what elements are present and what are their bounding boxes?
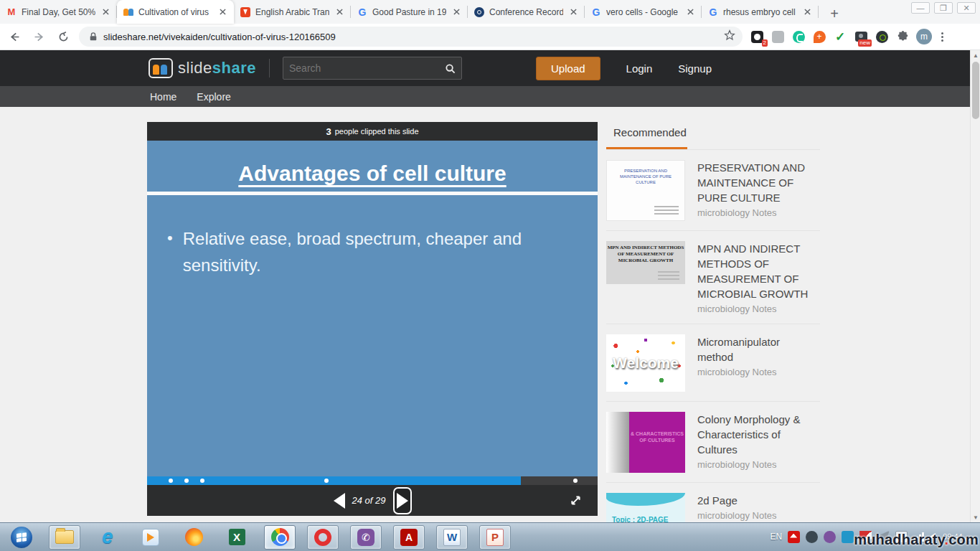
item-title[interactable]: Micromanipulator method: [697, 334, 817, 364]
progress-dot[interactable]: [200, 479, 204, 483]
progress-dot[interactable]: [169, 479, 173, 483]
back-icon[interactable]: [4, 27, 24, 47]
taskbar-viber-icon[interactable]: ✆: [350, 525, 382, 550]
idm-tray-icon[interactable]: [806, 531, 818, 543]
scrollbar-thumb[interactable]: [972, 62, 979, 119]
viber-tray-icon[interactable]: [824, 531, 836, 543]
progress-dot[interactable]: [573, 479, 578, 483]
close-tab-icon[interactable]: [100, 6, 111, 18]
app-tray-icon[interactable]: [842, 531, 854, 543]
upload-button[interactable]: Upload: [536, 57, 600, 80]
list-item[interactable]: & CHARACTERISTICS OF CULTURES Colony Mor…: [606, 402, 820, 483]
search-input[interactable]: [289, 62, 445, 74]
slide-thumbnail[interactable]: MPN AND INDIRECT METHODS OF MEASUREMENT …: [606, 241, 685, 284]
taskbar-word-icon[interactable]: W: [436, 525, 468, 550]
reload-icon[interactable]: [53, 27, 73, 47]
screenshot-extension-icon[interactable]: [771, 29, 785, 44]
tab-title: Final Day, Get 50%: [22, 7, 95, 17]
item-title[interactable]: PRESERVATION AND MAINTENANCE OF PURE CUL…: [697, 160, 817, 205]
list-item[interactable]: Topic : 2D-PAGE Submitted By- 2d Page mi…: [606, 483, 820, 522]
scroll-down-icon[interactable]: ▼: [971, 512, 980, 522]
progress-dot[interactable]: [324, 479, 329, 483]
slide-thumbnail[interactable]: Welcome: [606, 334, 685, 392]
taskbar-media-player-icon[interactable]: [135, 525, 166, 550]
progress-dot[interactable]: [184, 479, 189, 483]
compass-extension-icon[interactable]: [875, 29, 889, 44]
list-item[interactable]: MPN AND INDIRECT METHODS OF MEASUREMENT …: [606, 231, 820, 324]
search-box[interactable]: [283, 57, 462, 80]
recorder-extension-icon[interactable]: new: [854, 29, 868, 44]
item-author[interactable]: microbiology Notes: [697, 207, 817, 218]
minimize-icon[interactable]: —: [911, 2, 930, 14]
avira-tray-icon[interactable]: [788, 531, 800, 543]
item-author[interactable]: microbiology Notes: [697, 459, 817, 470]
google-icon: G: [357, 6, 368, 18]
forward-icon[interactable]: [29, 27, 49, 47]
start-button[interactable]: [6, 525, 37, 550]
taskbar-chrome-icon[interactable]: [264, 525, 296, 550]
language-indicator[interactable]: EN: [770, 532, 782, 542]
thumbnail-gradient: [606, 412, 629, 473]
extensions-puzzle-icon[interactable]: [895, 29, 910, 44]
close-tab-icon[interactable]: [217, 6, 228, 18]
extension-badge: 2: [762, 39, 768, 47]
nav-explore[interactable]: Explore: [197, 91, 230, 103]
adblock-extension-icon[interactable]: 2: [750, 29, 764, 44]
item-author[interactable]: microbiology Notes: [697, 303, 817, 314]
search-icon[interactable]: [445, 63, 456, 74]
item-title[interactable]: MPN AND INDIRECT METHODS OF MEASUREMENT …: [697, 241, 817, 301]
url-text[interactable]: slideshare.net/vivekaiden/cultivation-of…: [103, 32, 724, 42]
slide-progress-bar[interactable]: [147, 476, 598, 485]
item-title[interactable]: Colony Morphology & Characteristics of C…: [697, 412, 817, 457]
slide-thumbnail[interactable]: PRESERVATION AND MAINTENANCE OF PURE CUL…: [606, 160, 685, 221]
address-bar[interactable]: slideshare.net/vivekaiden/cultivation-of…: [79, 27, 743, 47]
next-slide-button[interactable]: [393, 487, 412, 514]
slideshare-logo[interactable]: slideshare: [149, 58, 256, 78]
close-tab-icon[interactable]: [451, 6, 462, 18]
close-window-icon[interactable]: ✕: [957, 2, 976, 14]
taskbar-powerpoint-icon[interactable]: P: [479, 525, 511, 550]
list-item[interactable]: PRESERVATION AND MAINTENANCE OF PURE CUL…: [606, 150, 820, 231]
close-tab-icon[interactable]: [334, 6, 345, 18]
slide-thumbnail[interactable]: Topic : 2D-PAGE Submitted By-: [606, 493, 685, 522]
close-tab-icon[interactable]: [801, 6, 813, 18]
profile-avatar[interactable]: m: [916, 29, 932, 44]
tab-vero-cells[interactable]: G vero cells - Google: [585, 0, 702, 24]
taskbar-opera-icon[interactable]: [307, 525, 339, 550]
item-title[interactable]: 2d Page: [697, 493, 817, 508]
signup-link[interactable]: Signup: [678, 62, 712, 75]
new-tab-button[interactable]: +: [824, 4, 844, 24]
close-tab-icon[interactable]: [567, 6, 579, 18]
google-icon: G: [707, 6, 719, 18]
taskbar-excel-icon[interactable]: X: [221, 525, 253, 550]
item-author[interactable]: microbiology Notes: [697, 510, 817, 521]
tab-good-pasture[interactable]: G Good Pasture in 19: [351, 0, 468, 24]
chrome-menu-icon[interactable]: [941, 32, 943, 42]
slide-canvas[interactable]: Advantages of cell culture • Relative ea…: [147, 141, 598, 476]
login-link[interactable]: Login: [626, 62, 653, 75]
pin-extension-icon[interactable]: +: [812, 29, 826, 44]
taskbar-firefox-icon[interactable]: [178, 525, 209, 550]
tab-conference-record[interactable]: Conference Record: [468, 0, 585, 24]
taskbar-acrobat-icon[interactable]: A: [393, 525, 425, 550]
taskbar-explorer-icon[interactable]: [49, 525, 80, 550]
scroll-up-icon[interactable]: ▲: [971, 50, 980, 60]
checkmark-extension-icon[interactable]: ✓: [833, 29, 847, 44]
tab-translator[interactable]: English Arabic Tran: [234, 0, 351, 24]
taskbar-internet-explorer-icon[interactable]: e: [92, 525, 123, 550]
list-item[interactable]: Welcome Micromanipulator method microbio…: [606, 324, 820, 402]
nav-home[interactable]: Home: [150, 91, 176, 103]
item-author[interactable]: microbiology Notes: [697, 367, 817, 377]
tab-rhesus-embryo[interactable]: G rhesus embryo cell: [702, 0, 819, 24]
tab-title: vero cells - Google: [606, 7, 680, 17]
slide-thumbnail[interactable]: & CHARACTERISTICS OF CULTURES: [606, 412, 685, 473]
tab-gmail[interactable]: M Final Day, Get 50%: [0, 0, 117, 24]
previous-slide-icon[interactable]: [334, 493, 345, 509]
grammarly-extension-icon[interactable]: [791, 29, 806, 44]
bookmark-star-icon[interactable]: [724, 29, 735, 44]
close-tab-icon[interactable]: [684, 6, 696, 18]
page-scrollbar[interactable]: ▲ ▼: [970, 50, 980, 522]
fullscreen-icon[interactable]: [570, 494, 582, 509]
tab-cultivation-of-virus[interactable]: Cultivation of virus: [117, 0, 234, 24]
restore-icon[interactable]: ❐: [934, 2, 953, 14]
